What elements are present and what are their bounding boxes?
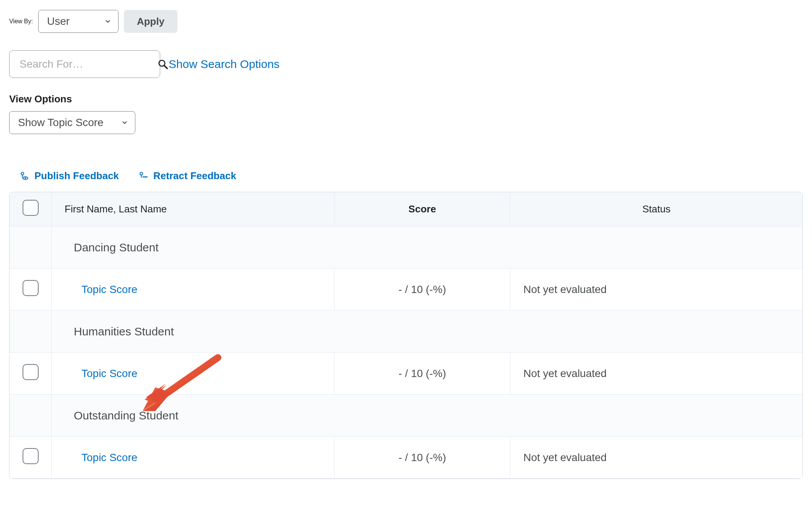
search-icon[interactable] (157, 58, 169, 70)
row-checkbox[interactable] (23, 364, 39, 380)
retract-feedback-label: Retract Feedback (153, 170, 236, 182)
table-score-row: Topic Score - / 10 (-%) Not yet evaluate… (10, 353, 802, 395)
table-student-row: Outstanding Student (10, 395, 802, 437)
publish-icon (19, 171, 29, 181)
column-header-status: Status (510, 192, 802, 227)
chevron-down-icon (104, 18, 111, 25)
view-by-selected-value: User (47, 15, 70, 28)
view-options-select[interactable]: Show Topic Score (9, 111, 135, 134)
table-score-row: Topic Score - / 10 (-%) Not yet evaluate… (10, 437, 802, 479)
column-header-name: First Name, Last Name (52, 192, 335, 227)
retract-icon (138, 171, 148, 181)
assessment-table: First Name, Last Name Score Status Danci… (9, 192, 803, 479)
publish-feedback-button[interactable]: Publish Feedback (19, 170, 119, 182)
topic-score-link[interactable]: Topic Score (65, 452, 137, 464)
view-by-select[interactable]: User (38, 10, 119, 33)
apply-button[interactable]: Apply (124, 10, 177, 33)
show-search-options-link[interactable]: Show Search Options (169, 58, 279, 71)
student-name: Outstanding Student (52, 395, 802, 437)
view-by-label: View By: (9, 18, 33, 25)
topic-score-link[interactable]: Topic Score (65, 367, 137, 380)
status-value: Not yet evaluated (510, 437, 802, 479)
svg-point-3 (24, 177, 26, 179)
status-value: Not yet evaluated (510, 353, 802, 395)
view-options-selected-value: Show Topic Score (18, 117, 104, 129)
table-score-row: Topic Score - / 10 (-%) Not yet evaluate… (10, 269, 802, 311)
search-input[interactable] (19, 58, 157, 71)
status-value: Not yet evaluated (510, 269, 802, 311)
view-options-heading: View Options (9, 93, 803, 105)
score-value: - / 10 (-%) (335, 353, 510, 395)
table-header-row: First Name, Last Name Score Status (10, 192, 802, 227)
chevron-down-icon (121, 119, 128, 126)
row-checkbox[interactable] (23, 280, 39, 296)
student-name: Humanities Student (52, 311, 802, 353)
topic-score-link[interactable]: Topic Score (65, 283, 137, 296)
select-all-checkbox[interactable] (23, 200, 39, 216)
search-box[interactable] (9, 50, 160, 78)
student-name: Dancing Student (52, 227, 802, 269)
publish-feedback-label: Publish Feedback (34, 170, 119, 182)
row-checkbox[interactable] (23, 448, 39, 464)
table-student-row: Humanities Student (10, 311, 802, 353)
retract-feedback-button[interactable]: Retract Feedback (138, 170, 236, 182)
score-value: - / 10 (-%) (335, 437, 510, 479)
score-value: - / 10 (-%) (335, 269, 510, 311)
table-student-row: Dancing Student (10, 227, 802, 269)
column-header-score: Score (335, 192, 510, 227)
